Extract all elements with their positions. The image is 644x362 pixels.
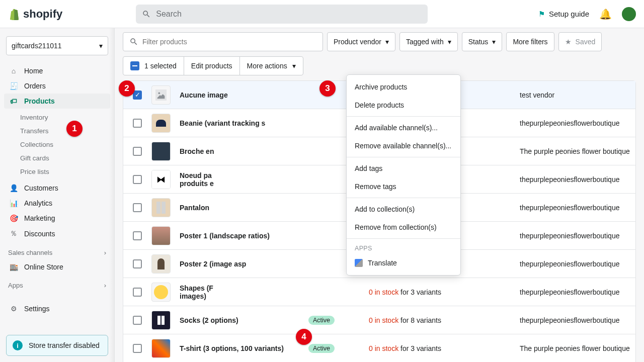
bulk-actions-bar: 1 selected Edit products More actions▾ xyxy=(123,56,303,75)
dd-archive-products[interactable]: Archive products xyxy=(347,78,460,96)
dd-delete-products[interactable]: Delete products xyxy=(347,96,460,114)
product-stock: 0 in stock for 3 variants xyxy=(369,344,520,352)
table-row[interactable]: Socks (2 options) Active 0 in stock for … xyxy=(123,306,635,334)
logo[interactable]: shopify xyxy=(8,8,62,21)
product-thumbnail xyxy=(151,254,171,274)
marketing-icon: 🎯 xyxy=(9,214,18,222)
sidebar-item-marketing[interactable]: 🎯Marketing xyxy=(4,211,110,226)
row-checkbox[interactable] xyxy=(133,344,142,353)
dd-remove-tags[interactable]: Remove tags xyxy=(347,177,460,196)
product-name[interactable]: Poster 2 (image asp xyxy=(180,260,308,268)
product-thumbnail xyxy=(151,198,171,217)
sidebar: giftcards211011 ▾ ⌂Home 🧾Orders 🏷Product… xyxy=(0,28,115,362)
svg-point-2 xyxy=(158,92,160,94)
product-name[interactable]: Socks (2 options) xyxy=(180,316,308,324)
star-icon: ★ xyxy=(565,38,572,46)
apps-header[interactable]: Apps › xyxy=(0,277,114,290)
sidebar-item-gift-cards[interactable]: Gift cards xyxy=(15,151,114,165)
product-name[interactable]: Noeud paproduits e xyxy=(180,171,308,188)
more-actions-dropdown: Archive products Delete products Add ava… xyxy=(346,74,461,276)
sidebar-item-products[interactable]: 🏷Products xyxy=(4,94,110,109)
product-name[interactable]: Pantalon xyxy=(180,204,308,212)
select-all-toggle[interactable]: 1 selected xyxy=(123,57,184,75)
sidebar-item-label: Orders xyxy=(24,82,46,90)
global-search[interactable]: Search xyxy=(136,5,428,24)
flag-icon: ⚑ xyxy=(538,10,545,19)
edit-products-button[interactable]: Edit products xyxy=(184,57,240,75)
row-checkbox[interactable] xyxy=(133,147,142,156)
sidebar-item-price-lists[interactable]: Price lists xyxy=(15,165,114,178)
dd-label: Archive products xyxy=(355,83,407,91)
row-checkbox[interactable] xyxy=(133,119,142,128)
table-row[interactable]: Shapes (Fimages) 0 in stock for 3 varian… xyxy=(123,278,635,306)
setup-guide-link[interactable]: ⚑ Setup guide xyxy=(538,10,589,19)
row-checkbox[interactable] xyxy=(133,231,142,240)
more-actions-button[interactable]: More actions▾ xyxy=(240,57,303,75)
separator xyxy=(347,116,460,117)
row-checkbox[interactable] xyxy=(133,288,142,297)
product-status: Active xyxy=(308,315,369,325)
product-name[interactable]: Shapes (Fimages) xyxy=(180,284,308,300)
sidebar-item-online-store[interactable]: 🏬Online Store xyxy=(4,259,110,275)
row-checkbox[interactable] xyxy=(133,316,142,325)
store-transfer-label: Store transfer disabled xyxy=(29,341,100,349)
sidebar-item-label: Inventory xyxy=(20,114,48,121)
avatar[interactable] xyxy=(622,7,636,21)
search-placeholder: Search xyxy=(156,10,182,19)
sidebar-item-home[interactable]: ⌂Home xyxy=(4,63,110,78)
product-vendor: thepurplepeoniesflowerboutique xyxy=(520,204,635,212)
product-name[interactable]: Aucune image xyxy=(180,91,308,99)
translate-icon xyxy=(355,259,363,267)
product-thumbnail xyxy=(151,114,171,133)
table-row[interactable]: T-shirt (3 options, 100 variants) Active… xyxy=(123,334,635,362)
filter-saved[interactable]: ★Saved xyxy=(558,32,602,51)
filter-vendor[interactable]: Product vendor▾ xyxy=(327,32,395,51)
filter-more[interactable]: More filters xyxy=(506,32,554,51)
product-name[interactable]: T-shirt (3 options, 100 variants) xyxy=(180,344,308,352)
product-name[interactable]: Beanie (variant tracking s xyxy=(180,119,308,127)
sidebar-item-collections[interactable]: Collections xyxy=(15,138,114,151)
dd-translate[interactable]: Translate xyxy=(347,254,460,272)
chevron-down-icon: ▾ xyxy=(99,42,103,50)
dd-add-tags[interactable]: Add tags xyxy=(347,159,460,177)
product-name[interactable]: Poster 1 (landscape ratios) xyxy=(180,232,308,240)
filter-tagged[interactable]: Tagged with▾ xyxy=(399,32,458,51)
svg-rect-1 xyxy=(155,89,167,101)
customers-icon: 👤 xyxy=(9,184,18,192)
sidebar-item-label: Marketing xyxy=(24,214,55,222)
filter-products-input[interactable] xyxy=(123,32,323,51)
filter-status[interactable]: Status▾ xyxy=(462,32,503,51)
search-icon xyxy=(129,37,138,46)
dd-remove-collections[interactable]: Remove from collection(s) xyxy=(347,218,460,236)
sidebar-item-inventory[interactable]: Inventory xyxy=(15,111,114,124)
info-icon: i xyxy=(13,340,23,350)
row-checkbox[interactable] xyxy=(133,259,142,268)
sidebar-item-label: Discounts xyxy=(24,230,55,238)
product-vendor: The purple peonies flower boutique xyxy=(520,147,635,155)
filter-label: Product vendor xyxy=(334,38,381,46)
filter-label: Tagged with xyxy=(406,38,444,46)
callout-3: 3 xyxy=(319,80,336,97)
row-checkbox[interactable] xyxy=(133,203,142,212)
sidebar-item-analytics[interactable]: 📊Analytics xyxy=(4,196,110,211)
row-checkbox[interactable] xyxy=(133,175,142,184)
sales-channels-header[interactable]: Sales channels › xyxy=(0,244,114,257)
caret-down-icon: ▾ xyxy=(492,38,496,46)
store-icon: 🏬 xyxy=(9,263,18,271)
product-stock: 0 in stock for 8 variants xyxy=(369,316,520,324)
store-selector[interactable]: giftcards211011 ▾ xyxy=(6,36,108,55)
sidebar-item-discounts[interactable]: ％Discounts xyxy=(4,226,110,242)
bell-icon[interactable]: 🔔 xyxy=(599,8,612,20)
filter-input[interactable] xyxy=(142,38,316,46)
dd-add-channels[interactable]: Add available channel(s)... xyxy=(347,119,460,137)
dd-remove-channels[interactable]: Remove available channel(s)... xyxy=(347,137,460,155)
sidebar-item-label: Transfers xyxy=(20,127,49,135)
button-label: Edit products xyxy=(191,62,232,70)
dd-add-collections[interactable]: Add to collection(s) xyxy=(347,200,460,218)
sidebar-item-transfers[interactable]: Transfers xyxy=(15,124,114,138)
topbar-right: ⚑ Setup guide 🔔 xyxy=(538,7,636,21)
sidebar-item-orders[interactable]: 🧾Orders xyxy=(4,78,110,94)
product-name[interactable]: Broche en xyxy=(180,147,308,155)
sidebar-item-settings[interactable]: ⚙Settings xyxy=(4,301,110,316)
sidebar-item-customers[interactable]: 👤Customers xyxy=(4,180,110,196)
